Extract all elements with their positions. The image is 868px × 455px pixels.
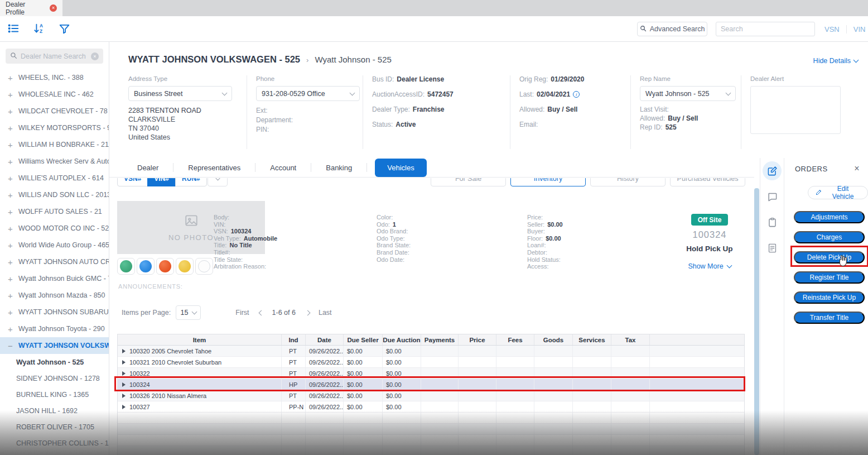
- expand-plus-icon[interactable]: +: [7, 291, 14, 300]
- rep-name-select[interactable]: Wyatt Johnson - 525: [640, 86, 736, 101]
- pagination-last[interactable]: Last: [319, 309, 332, 317]
- global-search-input[interactable]: [716, 22, 815, 36]
- yellow-light-button[interactable]: [176, 258, 194, 275]
- col-tax[interactable]: Tax: [611, 334, 650, 345]
- pagination-prev-icon[interactable]: [259, 311, 263, 315]
- sidebar-dealer-item-selected[interactable]: − WYATT JOHNSON VOLKSWA: [0, 337, 109, 354]
- show-more-button[interactable]: Show More: [688, 262, 731, 270]
- sidebar-rep-item[interactable]: Wyatt Johnson - 525: [0, 354, 109, 370]
- sidebar-dealer-item[interactable]: + WOOD MOTOR CO INC - 520: [0, 220, 109, 237]
- address-type-select[interactable]: Business Street: [128, 86, 232, 101]
- filter-funnel-icon[interactable]: [59, 23, 70, 37]
- sort-az-icon[interactable]: A Z: [33, 22, 45, 37]
- sidebar-dealer-item[interactable]: + WILLIAM H BONBRAKE - 2112: [0, 136, 109, 153]
- items-per-page-select[interactable]: 15: [176, 305, 201, 320]
- row-expander-icon[interactable]: [122, 360, 126, 365]
- col-due-auction[interactable]: Due Auction: [383, 334, 421, 345]
- sidebar-dealer-item[interactable]: + Williams Wrecker Serv & Auto: [0, 153, 109, 170]
- number-toggle-button[interactable]: VSN#: [117, 178, 148, 186]
- vin-toggle-button[interactable]: VIN: [846, 25, 868, 33]
- pagination-first[interactable]: First: [235, 309, 249, 317]
- dealer-search-box[interactable]: ×: [6, 49, 103, 64]
- phone-select[interactable]: 931-208-0529 Office: [256, 86, 360, 101]
- chat-icon[interactable]: [763, 187, 782, 206]
- row-expander-icon[interactable]: [122, 394, 126, 398]
- col-services[interactable]: Services: [573, 334, 611, 345]
- order-action-button[interactable]: Adjustments: [794, 211, 865, 223]
- order-action-button[interactable]: Transfer Title: [794, 312, 865, 324]
- row-expander-icon[interactable]: [122, 405, 126, 409]
- inventory-filter-button[interactable]: For Sale: [431, 178, 506, 186]
- green-light-button[interactable]: [117, 258, 135, 275]
- sidebar-dealer-item[interactable]: + WHEELS, INC. - 388: [0, 69, 109, 86]
- clear-search-icon[interactable]: ×: [91, 52, 99, 60]
- col-price[interactable]: Price: [459, 334, 496, 345]
- profile-tab[interactable]: Dealer: [123, 163, 173, 172]
- expand-plus-icon[interactable]: +: [7, 157, 14, 166]
- row-expander-icon[interactable]: [122, 349, 126, 353]
- expand-plus-icon[interactable]: +: [7, 107, 14, 116]
- sidebar-rep-item[interactable]: ROBERT OLIVER - 1705: [0, 419, 109, 435]
- sidebar-dealer-item[interactable]: + Wyatt Johnson Buick GMC - 75: [0, 270, 109, 287]
- expand-plus-icon[interactable]: +: [7, 308, 14, 317]
- number-toggle-button[interactable]: RUN#: [175, 178, 207, 186]
- browser-tab-dealer-profile[interactable]: Dealer Profile ×: [0, 0, 62, 16]
- red-light-button[interactable]: [156, 258, 174, 275]
- sidebar-dealer-item[interactable]: + World Wide Auto Group - 465: [0, 237, 109, 253]
- col-ind[interactable]: Ind: [282, 334, 306, 345]
- scrollbar-thumb[interactable]: [754, 188, 759, 455]
- expand-plus-icon[interactable]: +: [7, 274, 14, 284]
- list-view-icon[interactable]: [7, 22, 20, 37]
- profile-tab[interactable]: Banking: [311, 163, 367, 172]
- number-search-dropdown[interactable]: [208, 178, 228, 186]
- sidebar-dealer-item[interactable]: + WYATT JOHNSON AUTO CREI: [0, 253, 109, 270]
- expand-plus-icon[interactable]: +: [7, 224, 14, 233]
- sidebar-dealer-item[interactable]: + WILLIE'S AUTOPLEX - 614: [0, 170, 109, 186]
- expand-plus-icon[interactable]: +: [7, 257, 14, 267]
- advanced-search-button[interactable]: Advanced Search: [637, 22, 707, 36]
- sidebar-dealer-item[interactable]: + WILKEY MOTORSPORTS - 926: [0, 119, 109, 136]
- order-action-button[interactable]: Register Title: [794, 271, 865, 284]
- hide-details-button[interactable]: Hide Details: [813, 57, 858, 65]
- expand-plus-icon[interactable]: +: [7, 174, 14, 183]
- inventory-filter-button[interactable]: Purchased Vehicles: [670, 178, 745, 186]
- invoice-icon[interactable]: [763, 238, 782, 257]
- table-row[interactable]: 100321 2010 Chevrolet Suburban PT 09/26/…: [118, 357, 744, 368]
- col-date[interactable]: Date: [306, 334, 344, 345]
- expand-plus-icon[interactable]: +: [7, 241, 14, 250]
- profile-tab[interactable]: Vehicles: [375, 159, 426, 177]
- table-row[interactable]: 100327 PP-N 09/26/2022... $0.00 $0.00: [118, 401, 744, 413]
- clipboard-icon[interactable]: [763, 213, 782, 232]
- edit-vehicle-button[interactable]: Edit Vehicle: [808, 186, 868, 199]
- vertical-scrollbar[interactable]: [754, 158, 760, 455]
- expand-plus-icon[interactable]: +: [7, 140, 14, 150]
- vsn-toggle-button[interactable]: VSN: [818, 25, 846, 33]
- sidebar-rep-item[interactable]: CHRISTOPHER COLLINS - 179: [0, 435, 109, 451]
- sidebar-dealer-item[interactable]: + WILDCAT CHEVROLET - 78: [0, 103, 109, 119]
- inventory-filter-button[interactable]: Inventory: [510, 178, 586, 186]
- sidebar-dealer-item[interactable]: + WILLIS AND SON LLC - 2013: [0, 186, 109, 203]
- sidebar-rep-item[interactable]: JASON HILL - 1692: [0, 403, 109, 419]
- sidebar-dealer-item[interactable]: + WHOLESALE INC - 462: [0, 86, 109, 103]
- tab-close-icon[interactable]: ×: [50, 4, 57, 12]
- profile-tab[interactable]: Account: [255, 163, 311, 172]
- col-due-seller[interactable]: Due Seller: [344, 334, 383, 345]
- col-payments[interactable]: Payments: [421, 334, 459, 345]
- inventory-filter-button[interactable]: History: [590, 178, 666, 186]
- blue-light-button[interactable]: [137, 258, 155, 275]
- edit-note-icon[interactable]: [763, 161, 782, 180]
- sidebar-dealer-item[interactable]: + Wyatt Johnson Mazda - 850: [0, 287, 109, 304]
- expand-plus-icon[interactable]: +: [7, 190, 14, 200]
- pagination-next-icon[interactable]: [306, 311, 310, 315]
- white-light-button[interactable]: [195, 258, 213, 275]
- col-item[interactable]: Item: [118, 334, 282, 345]
- table-row[interactable]: 100320 2005 Chevrolet Tahoe PT 09/26/202…: [118, 346, 744, 357]
- col-fees[interactable]: Fees: [496, 334, 534, 345]
- expand-plus-icon[interactable]: +: [7, 207, 14, 217]
- order-action-button[interactable]: Charges: [794, 231, 865, 243]
- sidebar-dealer-item[interactable]: + WYATT JOHNSON SUBARU H: [0, 304, 109, 320]
- sidebar-rep-item[interactable]: SIDNEY JOHNSON - 1278: [0, 370, 109, 386]
- info-icon[interactable]: i: [573, 91, 580, 98]
- expand-plus-icon[interactable]: +: [7, 123, 14, 133]
- close-icon[interactable]: ×: [854, 164, 860, 173]
